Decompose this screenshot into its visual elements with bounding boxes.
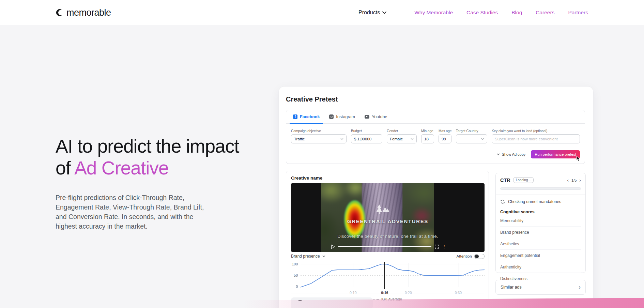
max-age-field: Max age bbox=[439, 129, 451, 143]
gender-value: Female bbox=[390, 137, 403, 141]
youtube-icon bbox=[365, 115, 369, 119]
chevron-down-icon bbox=[481, 138, 484, 140]
cognitive-item-memorability: Memorability bbox=[500, 215, 581, 227]
budget-input[interactable] bbox=[351, 134, 382, 143]
gender-label: Gender bbox=[387, 129, 417, 133]
platform-tabs: f Facebook Instagram Youtube bbox=[286, 110, 585, 124]
chevron-down-icon bbox=[497, 153, 500, 155]
video-controls: ⋮ bbox=[331, 244, 446, 249]
max-age-label: Max age bbox=[439, 129, 451, 133]
y-tick-100: 100 bbox=[292, 262, 298, 266]
heading-line1: AI to predict the impact bbox=[56, 136, 239, 157]
y-tick-0: 0 bbox=[296, 284, 298, 289]
tab-instagram[interactable]: Instagram bbox=[324, 110, 360, 123]
campaign-objective-select[interactable]: Traffic bbox=[291, 134, 347, 143]
chevron-right-icon[interactable]: › bbox=[579, 178, 581, 183]
chart-plot[interactable]: 0:10 0:16 0:20 0:30 bbox=[301, 262, 485, 295]
min-age-field: Min age bbox=[421, 129, 434, 143]
cognitive-item-authenticity: Authenticity bbox=[500, 261, 581, 273]
creative-panel: Creative name GREENTRAIL ADVENTURES bbox=[286, 171, 489, 308]
heading-highlight: Ad Creative bbox=[74, 157, 168, 179]
video-tagline: Discover the beauty of nature, one trail… bbox=[291, 234, 485, 239]
campaign-objective-field: Campaign objective Traffic bbox=[291, 129, 347, 143]
show-ad-copy-toggle[interactable]: Show Ad copy bbox=[497, 152, 526, 156]
tab-youtube[interactable]: Youtube bbox=[360, 110, 392, 123]
refresh-spinner-icon bbox=[500, 199, 505, 204]
heading-line2-prefix: of bbox=[56, 157, 74, 179]
chevron-down-icon bbox=[340, 138, 343, 140]
play-icon[interactable] bbox=[331, 245, 335, 249]
greentrail-logo-icon bbox=[375, 202, 390, 217]
facebook-icon: f bbox=[293, 114, 297, 119]
mouse-cursor-icon bbox=[576, 156, 581, 161]
video-brand-title: GREENTRAIL ADVENTURES bbox=[291, 218, 485, 224]
attention-toggle-group: Attention bbox=[457, 254, 485, 259]
top-nav: memorable Products Why Memorable Case St… bbox=[0, 0, 644, 25]
video-player[interactable]: GREENTRAIL ADVENTURES Discover the beaut… bbox=[291, 183, 485, 252]
similar-ads-panel[interactable]: Similar ads › bbox=[495, 280, 586, 295]
tab-facebook-label: Facebook bbox=[300, 114, 320, 119]
pretest-form-panel: f Facebook Instagram Youtube Campaign ob… bbox=[286, 110, 585, 164]
target-country-select[interactable] bbox=[456, 134, 487, 143]
metric-dropdown[interactable]: Brand presence bbox=[291, 254, 325, 259]
gender-select[interactable]: Female bbox=[387, 134, 417, 143]
ctr-header: CTR Loading... ‹ 1/5 › bbox=[496, 173, 585, 183]
gender-field: Gender Female bbox=[387, 129, 417, 143]
budget-field: Budget bbox=[351, 129, 382, 143]
brand-logo[interactable]: memorable bbox=[56, 7, 111, 18]
chevron-down-icon bbox=[382, 11, 386, 14]
video-frame bbox=[321, 183, 434, 252]
pagination-count: 1/5 bbox=[571, 178, 577, 182]
tab-facebook[interactable]: f Facebook bbox=[288, 110, 324, 123]
budget-label: Budget bbox=[351, 129, 382, 133]
nav-link-blog[interactable]: Blog bbox=[511, 10, 522, 16]
fullscreen-icon[interactable] bbox=[435, 245, 439, 249]
key-claim-input[interactable] bbox=[492, 134, 580, 143]
hero-heading: AI to predict the impact of Ad Creative bbox=[56, 136, 274, 179]
nav-link-case-studies[interactable]: Case Studies bbox=[466, 10, 498, 16]
status-text: Checking unmet mandatories bbox=[508, 199, 561, 204]
hero-section: AI to predict the impact of Ad Creative … bbox=[56, 136, 274, 231]
nav-item-products[interactable]: Products bbox=[358, 10, 386, 16]
chart-area: 100 50 0 0:10 0:16 0:20 0:30 bbox=[291, 262, 485, 295]
min-age-label: Min age bbox=[421, 129, 434, 133]
brand-presence-line-chart bbox=[301, 262, 485, 289]
ctr-panel: CTR Loading... ‹ 1/5 › bbox=[495, 173, 586, 273]
tab-youtube-label: Youtube bbox=[372, 114, 387, 119]
loading-badge: Loading... bbox=[513, 177, 534, 183]
creative-name-title: Creative name bbox=[291, 175, 322, 181]
toggle-knob bbox=[475, 255, 479, 258]
attention-toggle[interactable] bbox=[474, 254, 485, 259]
similar-ads-label: Similar ads bbox=[501, 285, 522, 290]
campaign-objective-label: Campaign objective bbox=[291, 129, 347, 133]
tree-trunk bbox=[362, 183, 403, 252]
demo-title: Creative Pretest bbox=[286, 95, 338, 103]
max-age-input[interactable] bbox=[439, 134, 451, 143]
chevron-left-icon[interactable]: ‹ bbox=[567, 178, 569, 183]
hero-paragraph: Pre-flight predictions of Click-Through … bbox=[56, 193, 216, 231]
crescent-moon-icon bbox=[56, 9, 64, 17]
video-progress-bar[interactable] bbox=[338, 246, 431, 247]
nav-link-why-memorable[interactable]: Why Memorable bbox=[414, 10, 453, 16]
chevron-down-icon bbox=[322, 255, 325, 257]
target-country-field: Target Country bbox=[456, 129, 487, 143]
chevron-right-icon: › bbox=[579, 284, 581, 291]
campaign-objective-value: Traffic bbox=[294, 137, 305, 141]
nav-link-careers[interactable]: Careers bbox=[536, 10, 554, 16]
instagram-icon bbox=[329, 114, 334, 119]
pretest-form-row: Campaign objective Traffic Budget Gender… bbox=[291, 129, 580, 143]
cognitive-scores-title: Cognitive scores bbox=[496, 204, 585, 214]
page: memorable Products Why Memorable Case St… bbox=[0, 0, 644, 308]
video-menu-icon[interactable]: ⋮ bbox=[442, 245, 446, 249]
min-age-input[interactable] bbox=[421, 134, 434, 143]
key-claim-label: Key claim you want to land (optional) bbox=[492, 129, 580, 133]
status-row: Checking unmet mandatories bbox=[496, 195, 585, 204]
ctr-metric-label: CTR bbox=[500, 178, 510, 183]
run-pretest-button[interactable]: Run performance pretest bbox=[531, 150, 580, 158]
nav-link-partners[interactable]: Partners bbox=[568, 10, 588, 16]
cognitive-item-engagement-potential: Engagement potential bbox=[500, 250, 581, 261]
y-tick-50: 50 bbox=[294, 273, 298, 277]
brand-logo-text: memorable bbox=[66, 7, 111, 18]
cognitive-scores-list: Memorability Brand presence Aesthetics E… bbox=[496, 214, 585, 284]
attention-toggle-label: Attention bbox=[457, 254, 472, 258]
